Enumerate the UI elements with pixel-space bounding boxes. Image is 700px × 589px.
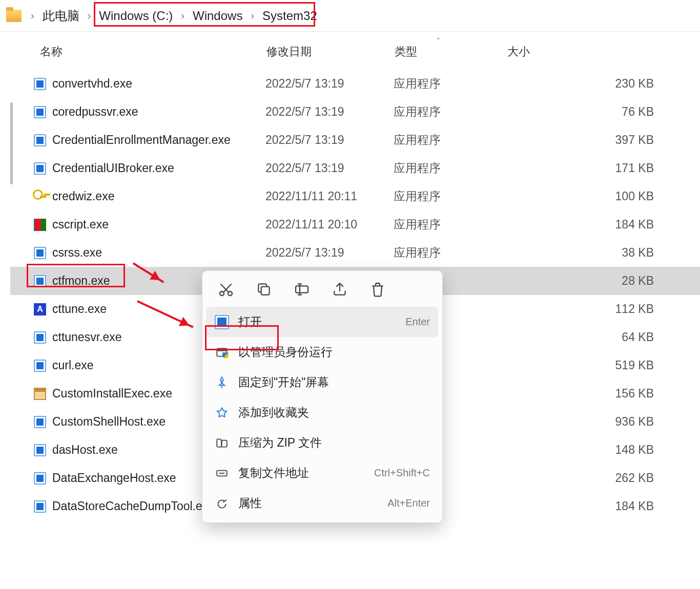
file-date: 2022/5/7 13:19 <box>265 77 394 91</box>
file-icon <box>34 416 46 428</box>
file-icon: A <box>34 303 46 315</box>
svg-rect-2 <box>261 287 270 295</box>
menu-item-label: 复制文件地址 <box>238 465 365 481</box>
file-row[interactable]: CredentialUIBroker.exe2022/5/7 13:19应用程序… <box>10 154 700 182</box>
file-icon <box>34 247 46 259</box>
annotation-highlight-breadcrumb <box>94 2 315 27</box>
header-name[interactable]: 名称 <box>40 44 266 59</box>
file-size: 171 KB <box>506 161 700 175</box>
file-size: 184 KB <box>506 218 700 232</box>
share-icon[interactable] <box>332 281 348 298</box>
file-icon <box>34 134 46 146</box>
file-name: csrss.exe <box>52 246 102 260</box>
menu-item-shortcut: Enter <box>405 316 430 328</box>
file-name: curl.exe <box>52 359 94 372</box>
file-size: 936 KB <box>506 415 700 429</box>
file-name: convertvhd.exe <box>52 77 132 91</box>
cut-icon[interactable] <box>218 281 234 298</box>
file-size: 156 KB <box>506 387 700 401</box>
file-name: cttune.exe <box>52 302 107 316</box>
path-icon <box>215 466 229 480</box>
file-date: 2022/11/11 20:10 <box>265 218 394 232</box>
menu-item-label: 属性 <box>238 495 378 511</box>
file-type: 应用程序 <box>394 217 506 233</box>
file-type: 应用程序 <box>394 132 506 148</box>
menu-item-star[interactable]: 添加到收藏夹 <box>207 397 438 428</box>
file-date: 2022/11/11 20:11 <box>265 190 394 203</box>
file-size: 64 KB <box>506 330 700 344</box>
menu-item-label: 压缩为 ZIP 文件 <box>238 435 421 451</box>
file-name: DataExchangeHost.exe <box>52 471 176 485</box>
menu-item-shortcut: Ctrl+Shift+C <box>374 467 430 479</box>
menu-item-pin[interactable]: 固定到"开始"屏幕 <box>207 367 438 397</box>
file-type: 应用程序 <box>394 160 506 176</box>
svg-point-0 <box>220 291 224 296</box>
header-size[interactable]: 大小 <box>507 44 690 59</box>
file-name: DataStoreCacheDumpTool.e <box>52 499 202 513</box>
file-icon <box>34 360 46 372</box>
menu-item-zip[interactable]: 压缩为 ZIP 文件 <box>207 428 438 458</box>
file-icon <box>34 472 46 485</box>
menu-item-shortcut: Alt+Enter <box>387 497 430 509</box>
file-name: cscript.exe <box>52 218 109 232</box>
file-size: 76 KB <box>506 105 700 119</box>
menu-item-label: 添加到收藏夹 <box>238 405 421 420</box>
file-icon <box>34 444 46 456</box>
scrollbar-thumb[interactable] <box>10 102 13 184</box>
header-type[interactable]: 类型 ˄ <box>395 44 507 59</box>
column-headers: 名称 修改日期 类型 ˄ 大小 <box>0 32 700 70</box>
file-size: 184 KB <box>506 499 700 513</box>
file-row[interactable]: credwiz.exe2022/11/11 20:11应用程序100 KB <box>10 182 700 211</box>
props-icon <box>215 496 229 511</box>
svg-rect-3 <box>296 286 308 292</box>
file-icon <box>34 78 46 90</box>
copy-icon[interactable] <box>256 281 272 298</box>
file-icon <box>34 106 46 118</box>
file-row[interactable]: coredpussvr.exe2022/5/7 13:19应用程序76 KB <box>10 98 700 126</box>
file-date: 2022/5/7 13:19 <box>265 161 394 175</box>
file-name: cttunesvr.exe <box>52 330 122 344</box>
rename-icon[interactable] <box>294 281 310 298</box>
star-icon <box>215 406 229 420</box>
context-menu-toolbar <box>207 278 438 307</box>
file-type: 应用程序 <box>394 245 506 261</box>
file-name: CustomInstallExec.exe <box>52 387 172 401</box>
file-row[interactable]: cscript.exe2022/11/11 20:10应用程序184 KB <box>10 211 700 239</box>
file-date: 2022/5/7 13:19 <box>265 133 394 147</box>
context-menu: 打开Enter以管理员身份运行固定到"开始"屏幕添加到收藏夹压缩为 ZIP 文件… <box>202 270 443 523</box>
file-size: 262 KB <box>506 471 700 485</box>
annotation-highlight-open <box>205 325 279 350</box>
pin-icon <box>215 375 229 390</box>
file-row[interactable]: convertvhd.exe2022/5/7 13:19应用程序230 KB <box>10 70 700 98</box>
file-row[interactable]: CredentialEnrollmentManager.exe2022/5/7 … <box>10 126 700 154</box>
header-date[interactable]: 修改日期 <box>266 44 395 59</box>
file-size: 112 KB <box>506 302 700 316</box>
file-icon <box>34 388 46 400</box>
menu-item-label: 固定到"开始"屏幕 <box>238 374 421 390</box>
crumb-this-pc[interactable]: 此电脑 <box>39 7 83 25</box>
file-type: 应用程序 <box>394 104 506 120</box>
file-icon <box>34 219 46 231</box>
file-type: 应用程序 <box>394 76 506 92</box>
file-date: 2022/5/7 13:19 <box>265 246 394 260</box>
file-size: 100 KB <box>506 190 700 203</box>
file-type: 应用程序 <box>394 188 506 204</box>
file-icon <box>34 331 46 344</box>
file-name: dasHost.exe <box>52 443 118 457</box>
file-row[interactable]: csrss.exe2022/5/7 13:19应用程序38 KB <box>10 239 700 267</box>
sort-caret-icon: ˄ <box>437 37 440 45</box>
file-size: 28 KB <box>506 274 700 288</box>
file-icon <box>34 500 46 513</box>
menu-item-path[interactable]: 复制文件地址Ctrl+Shift+C <box>207 458 438 488</box>
zip-icon <box>215 436 229 450</box>
delete-icon[interactable] <box>369 281 386 298</box>
file-size: 397 KB <box>506 133 700 147</box>
menu-item-props[interactable]: 属性Alt+Enter <box>207 488 438 518</box>
file-name: coredpussvr.exe <box>52 105 138 119</box>
file-icon <box>34 191 46 203</box>
file-size: 38 KB <box>506 246 700 260</box>
svg-point-1 <box>228 291 232 296</box>
file-date: 2022/5/7 13:19 <box>265 105 394 119</box>
file-size: 230 KB <box>506 77 700 91</box>
chevron-icon: › <box>26 10 39 22</box>
